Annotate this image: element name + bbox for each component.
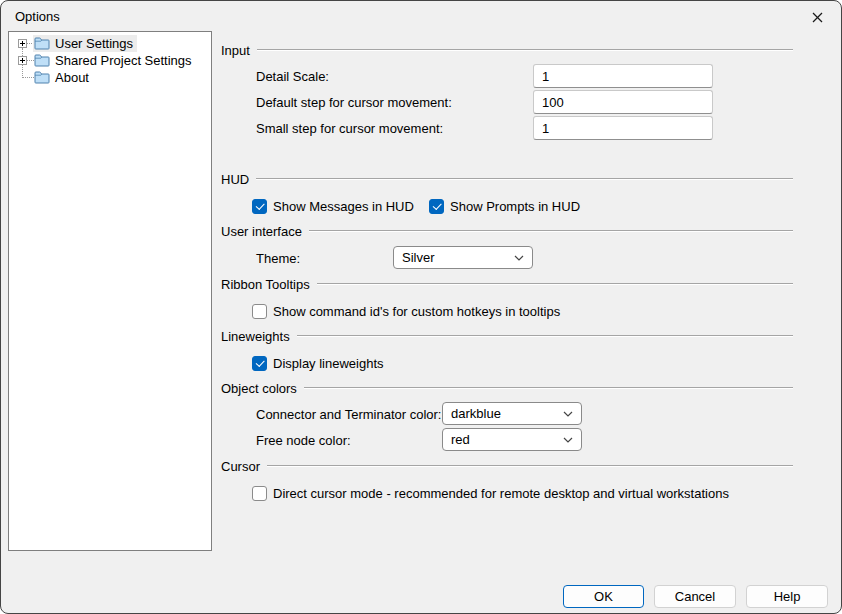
theme-select[interactable]: Silver [393, 246, 533, 269]
checkbox-icon[interactable] [252, 304, 267, 319]
chevron-down-icon [563, 437, 573, 443]
close-button[interactable] [800, 5, 834, 29]
expand-icon[interactable] [18, 39, 27, 48]
section-title: Ribbon Tooltips [221, 277, 310, 292]
sidebar-item-label: User Settings [55, 36, 133, 51]
cancel-button[interactable]: Cancel [654, 585, 736, 608]
free-node-color-label: Free node color: [256, 433, 351, 448]
sidebar-item-label: About [55, 70, 89, 85]
section-header-hud: HUD [221, 171, 793, 187]
connector-color-label: Connector and Terminator color: [256, 407, 441, 422]
section-title: Object colors [221, 381, 297, 396]
section-header-input: Input [221, 42, 793, 58]
sidebar-item-label: Shared Project Settings [55, 53, 192, 68]
section-header-cursor: Cursor [221, 458, 793, 474]
group-divider [257, 49, 793, 51]
group-divider [304, 387, 793, 389]
checkbox-icon[interactable] [252, 356, 267, 371]
group-divider [297, 335, 793, 337]
default-step-input[interactable] [533, 90, 713, 114]
detail-scale-label: Detail Scale: [256, 69, 329, 84]
small-step-label: Small step for cursor movement: [256, 121, 443, 136]
section-title: User interface [221, 224, 302, 239]
checkbox-label: Direct cursor mode - recommended for rem… [273, 486, 729, 501]
theme-label: Theme: [256, 251, 300, 266]
theme-selected-value: Silver [402, 250, 435, 265]
ok-button[interactable]: OK [563, 585, 644, 608]
connector-color-value: darkblue [451, 406, 501, 421]
show-prompts-hud-checkbox[interactable]: Show Prompts in HUD [429, 198, 580, 214]
show-messages-hud-checkbox[interactable]: Show Messages in HUD [252, 198, 414, 214]
checkbox-label: Show Messages in HUD [273, 199, 414, 214]
group-divider [256, 178, 793, 180]
chevron-down-icon [514, 255, 524, 261]
sidebar-item-about[interactable]: About [33, 69, 93, 86]
default-step-label: Default step for cursor movement: [256, 95, 452, 110]
section-header-object-colors: Object colors [221, 380, 793, 396]
checkbox-icon[interactable] [252, 486, 267, 501]
settings-tree: User Settings Shared Project Settings Ab… [8, 31, 212, 551]
checkbox-label: Show Prompts in HUD [450, 199, 580, 214]
display-lineweights-checkbox[interactable]: Display lineweights [252, 355, 384, 371]
detail-scale-input[interactable] [533, 64, 713, 88]
section-title: Lineweights [221, 329, 290, 344]
sidebar-item-user-settings[interactable]: User Settings [33, 35, 137, 52]
direct-cursor-mode-checkbox[interactable]: Direct cursor mode - recommended for rem… [252, 485, 729, 501]
connector-color-select[interactable]: darkblue [442, 402, 582, 425]
folder-icon [34, 54, 50, 67]
x-icon [812, 12, 823, 23]
group-divider [309, 230, 793, 232]
group-divider [317, 283, 793, 285]
section-header-user-interface: User interface [221, 223, 793, 239]
checkbox-label: Display lineweights [273, 356, 384, 371]
sidebar-item-shared-project-settings[interactable]: Shared Project Settings [33, 52, 196, 69]
expand-icon[interactable] [18, 56, 27, 65]
section-title: Input [221, 43, 250, 58]
section-title: HUD [221, 172, 249, 187]
free-node-color-value: red [451, 432, 470, 447]
checkbox-label: Show command id's for custom hotkeys in … [273, 304, 560, 319]
small-step-input[interactable] [533, 116, 713, 140]
free-node-color-select[interactable]: red [442, 428, 582, 451]
chevron-down-icon [563, 411, 573, 417]
folder-icon [34, 71, 50, 84]
options-dialog: Options User Settings [0, 0, 842, 614]
section-header-lineweights: Lineweights [221, 328, 793, 344]
checkbox-icon[interactable] [429, 199, 444, 214]
section-title: Cursor [221, 459, 260, 474]
show-command-ids-checkbox[interactable]: Show command id's for custom hotkeys in … [252, 303, 560, 319]
group-divider [267, 465, 793, 467]
help-button[interactable]: Help [746, 585, 828, 608]
folder-icon [34, 37, 50, 50]
checkbox-icon[interactable] [252, 199, 267, 214]
dialog-title: Options [15, 9, 60, 24]
section-header-ribbon-tooltips: Ribbon Tooltips [221, 276, 793, 292]
